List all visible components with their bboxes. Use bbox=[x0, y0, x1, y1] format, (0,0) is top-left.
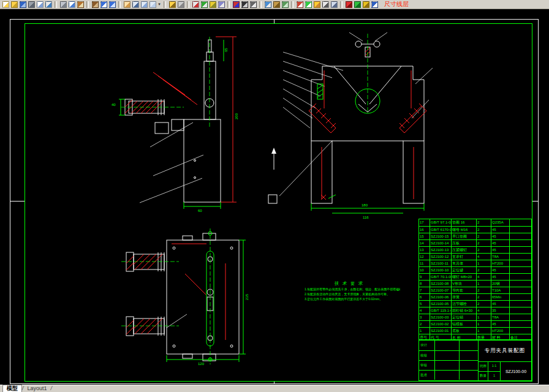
bom-cell: T10A bbox=[491, 287, 509, 293]
dim-40: 40 bbox=[112, 103, 116, 107]
distance-icon[interactable] bbox=[168, 1, 176, 9]
plot-icon[interactable] bbox=[27, 1, 36, 9]
cut-icon[interactable] bbox=[59, 1, 67, 9]
color-control-icon[interactable] bbox=[232, 1, 240, 9]
text-style-icon-glyph bbox=[322, 1, 329, 8]
dim-style-icon[interactable] bbox=[312, 1, 321, 9]
pan-icon[interactable] bbox=[123, 1, 131, 9]
undo-icon[interactable] bbox=[99, 1, 108, 9]
dim-65: 65 bbox=[224, 48, 228, 52]
dim-116: 116 bbox=[363, 216, 369, 219]
bom-cell: SZJ100-10 bbox=[430, 267, 451, 273]
make-layer-current-icon[interactable] bbox=[208, 1, 217, 9]
dim-235: 235 bbox=[245, 293, 249, 300]
match-properties-icon[interactable] bbox=[91, 1, 99, 9]
bom-cell: 活节螺栓 bbox=[451, 301, 476, 307]
bom-cell: 35 bbox=[491, 307, 509, 314]
bom-cell: 代 号 bbox=[430, 334, 451, 340]
bom-cell: 4 bbox=[419, 307, 430, 314]
open-folder-icon[interactable] bbox=[10, 1, 18, 9]
table-icon[interactable] bbox=[330, 1, 338, 9]
layer-manager-icon[interactable] bbox=[191, 1, 200, 9]
drawing-number: SZJ100-00 bbox=[501, 362, 531, 380]
render-red-icon[interactable] bbox=[344, 1, 353, 9]
text-style-icon[interactable] bbox=[321, 1, 330, 9]
bom-cell bbox=[509, 260, 531, 266]
tab-separator: / bbox=[51, 385, 53, 392]
current-layer-label: 尺寸线层 bbox=[384, 0, 409, 9]
undo-icon-glyph bbox=[100, 1, 107, 8]
bom-cell: 5 bbox=[419, 301, 430, 307]
zoom-previous-icon[interactable] bbox=[148, 1, 157, 9]
linetype-control-icon[interactable] bbox=[240, 1, 249, 9]
draw-order-back-icon-glyph bbox=[305, 1, 312, 8]
bom-cell: 45 bbox=[491, 267, 509, 273]
bom-cell: 45 bbox=[491, 240, 509, 246]
pan-icon-glyph bbox=[124, 1, 131, 8]
zoom-window-icon[interactable] bbox=[140, 1, 148, 9]
view-plate-green bbox=[121, 228, 246, 364]
title-block-field-label: 校核 bbox=[419, 351, 434, 360]
bom-cell: 4 bbox=[476, 274, 491, 280]
help-icon[interactable] bbox=[370, 1, 379, 9]
draw-order-front-icon[interactable] bbox=[295, 1, 304, 9]
paste-icon[interactable] bbox=[76, 1, 85, 9]
lineweight-control-icon[interactable] bbox=[249, 1, 257, 9]
render-yellow-icon[interactable] bbox=[362, 1, 370, 9]
copy-icon-glyph bbox=[69, 1, 75, 8]
bom-row: 15SZJ100-15开口垫圈245 bbox=[419, 233, 531, 239]
bom-cell: V形块 bbox=[451, 281, 476, 287]
tool-palettes-icon[interactable] bbox=[281, 1, 289, 9]
bom-cell: HT200 bbox=[491, 328, 509, 334]
toolbar-separator bbox=[291, 1, 293, 8]
title-block-field-blank bbox=[459, 351, 478, 360]
bom-cell: 1 bbox=[476, 314, 491, 320]
bom-cell: SZJ100-08 bbox=[430, 281, 451, 287]
copy-icon[interactable] bbox=[67, 1, 76, 9]
bom-cell bbox=[509, 267, 531, 273]
drawing-canvas[interactable]: 200 65 40 60 bbox=[0, 9, 549, 385]
layer-previous-icon[interactable] bbox=[217, 1, 225, 9]
zoom-realtime-icon-glyph bbox=[132, 1, 139, 8]
title-block-field-blank bbox=[434, 371, 459, 380]
bom-cell: SZJ100-03 bbox=[430, 314, 451, 320]
bom-cell: 备注 bbox=[509, 334, 531, 340]
dim-60: 60 bbox=[198, 209, 202, 213]
redo-icon[interactable] bbox=[108, 1, 116, 9]
bom-cell bbox=[509, 227, 531, 233]
cut-icon-glyph bbox=[60, 1, 67, 8]
tab-layout1[interactable]: Layout1 bbox=[24, 385, 51, 392]
help-icon-glyph bbox=[371, 1, 378, 8]
save-icon[interactable] bbox=[18, 1, 27, 9]
zoom-realtime-icon[interactable] bbox=[131, 1, 140, 9]
bom-row: 5SZJ100-05活节螺栓245 bbox=[419, 300, 531, 307]
quick-calc-icon[interactable] bbox=[176, 1, 185, 9]
properties-icon[interactable] bbox=[263, 1, 272, 9]
toolbar-icons: ▾ bbox=[1, 1, 379, 9]
title-block-signature-grid: 设计校核审核批准 bbox=[419, 341, 479, 380]
bom-row: 7SZJ100-07导向套2T10A bbox=[419, 287, 531, 293]
bom-cell: 45 bbox=[491, 227, 509, 233]
dropdown-arrow-icon[interactable]: ▾ bbox=[157, 2, 162, 7]
dim-height-200: 200 bbox=[235, 113, 238, 119]
draw-order-back-icon[interactable] bbox=[304, 1, 312, 9]
bom-row: 8SZJ100-08V形块120钢 bbox=[419, 280, 531, 287]
title-block-field-blank bbox=[434, 361, 459, 370]
bom-cell: 定位键 bbox=[451, 267, 476, 273]
tab-model[interactable]: 模型 bbox=[2, 385, 22, 392]
render-green-icon[interactable] bbox=[353, 1, 362, 9]
toolbar-separator bbox=[86, 1, 89, 8]
design-center-icon[interactable] bbox=[272, 1, 281, 9]
new-file-icon[interactable] bbox=[1, 1, 10, 9]
layer-control-icon[interactable] bbox=[200, 1, 208, 9]
toolbar-separator bbox=[55, 1, 57, 8]
title-block-field-blank bbox=[459, 361, 478, 370]
publish-icon[interactable] bbox=[44, 1, 53, 9]
view-plate-outline bbox=[126, 233, 239, 361]
bom-cell bbox=[509, 281, 531, 287]
plot-preview-icon[interactable] bbox=[36, 1, 44, 9]
bom-row: 13SZJ100-13压紧螺钉245 bbox=[419, 246, 531, 253]
view-side: 200 65 40 60 bbox=[112, 37, 238, 213]
toolbar-separator bbox=[164, 1, 166, 8]
title-block: 设计校核审核批准 专用夹具装配图 比例 1:1 数量 1 SZJ100-00 bbox=[418, 340, 532, 381]
